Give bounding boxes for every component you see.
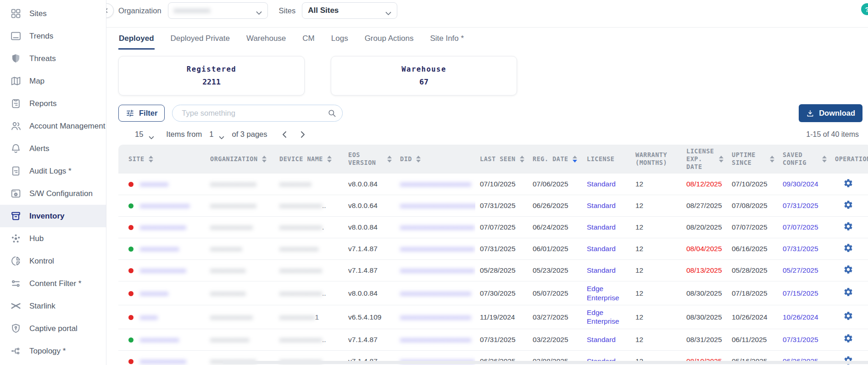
site-link-redacted[interactable]: xxxxxxxxxxxxx xyxy=(140,357,186,365)
license-link[interactable]: Standard xyxy=(587,336,616,343)
device-name-suffix: .. xyxy=(322,202,326,209)
sidebar-item-content-filter[interactable]: Content Filter * xyxy=(0,272,106,295)
next-page-button[interactable] xyxy=(300,130,306,139)
sort-descending-icon xyxy=(770,160,774,163)
sidebar-item-reports[interactable]: Reports xyxy=(0,92,106,115)
saved-config-link[interactable]: 05/27/2025 xyxy=(783,266,818,274)
operations-gear-button[interactable] xyxy=(843,311,853,321)
device-name-redacted: xxxxxxxxxxxx xyxy=(279,266,322,274)
site-link-redacted[interactable]: xxxxxxxxxxxxx xyxy=(140,223,186,231)
saved-config-link[interactable]: 07/15/2025 xyxy=(783,289,818,297)
saved-config-link[interactable]: 07/31/2025 xyxy=(783,202,818,209)
license-link[interactable]: Standard xyxy=(587,202,616,209)
search-icon[interactable] xyxy=(328,109,336,118)
sidebar-item-alerts[interactable]: Alerts xyxy=(0,137,106,160)
site-link-redacted[interactable]: xxxxxxxxxxxxx xyxy=(140,266,186,274)
collapse-sidebar-button[interactable] xyxy=(106,3,114,18)
tab-logs[interactable]: Logs xyxy=(331,28,349,50)
search-input[interactable] xyxy=(181,108,324,118)
site-link-redacted[interactable]: xxxxxxxx xyxy=(140,289,168,297)
operations-gear-button[interactable] xyxy=(843,178,853,188)
saved-config-link[interactable]: 07/31/2025 xyxy=(783,336,818,343)
organization-select[interactable]: xxxxxxxxxx xyxy=(168,2,268,19)
status-dot-green xyxy=(128,203,134,208)
operations-gear-button[interactable] xyxy=(843,333,853,343)
sort-arrows-icon[interactable] xyxy=(520,156,524,163)
sidebar-item-inventory[interactable]: Inventory xyxy=(0,205,106,227)
operations-gear-button[interactable] xyxy=(843,264,853,275)
license-link[interactable]: Standard xyxy=(587,223,616,231)
cell-operations xyxy=(830,281,868,305)
sidebar-item-starlink[interactable]: Starlink xyxy=(0,295,106,317)
did-link-redacted[interactable]: xxxxxxxxxxxxxxxxxxxx xyxy=(400,313,471,321)
tab-group-actions[interactable]: Group Actions xyxy=(364,28,414,50)
site-link-redacted[interactable]: xxxxx xyxy=(140,313,158,321)
sort-arrows-icon[interactable] xyxy=(327,156,332,163)
did-link-redacted[interactable]: xxxxxxxxxxxxxxxxxxxx xyxy=(400,289,471,297)
sort-arrows-icon[interactable] xyxy=(573,156,577,163)
license-link[interactable]: Standard xyxy=(587,180,616,188)
license-link[interactable]: Edge Enterprise xyxy=(587,285,619,301)
filter-button[interactable]: Filter xyxy=(118,105,165,122)
site-link-redacted[interactable]: xxxxxxxxxxxxxx xyxy=(140,202,190,209)
did-link-redacted[interactable]: xxxxxxxxxxxxxxxxxxxxx xyxy=(400,245,475,253)
did-link-redacted[interactable]: xxxxxxxxxxxxxxxxxxxxx xyxy=(400,223,475,231)
sidebar-item-threats[interactable]: Threats xyxy=(0,47,106,70)
tab-cm[interactable]: CM xyxy=(302,28,315,50)
sort-arrows-icon[interactable] xyxy=(770,156,774,163)
download-button[interactable]: Download xyxy=(799,104,862,122)
sidebar-item-captive-portal[interactable]: Captive portal xyxy=(0,317,106,340)
sites-select[interactable]: All Sites xyxy=(302,2,397,19)
site-link-redacted[interactable]: xxxxxxxx xyxy=(140,180,168,188)
did-link-redacted[interactable]: xxxxxxxxxxxxxxxxxxxxxx xyxy=(400,202,475,209)
tab-deployed[interactable]: Deployed xyxy=(118,28,155,50)
did-link-redacted[interactable]: xxxxxxxxxxxxxxxxxxxx xyxy=(400,336,471,343)
operations-gear-button[interactable] xyxy=(843,221,853,231)
page-size-select[interactable]: 15 xyxy=(135,130,154,139)
page-select[interactable]: 1 xyxy=(209,130,224,139)
operations-gear-button[interactable] xyxy=(843,200,853,210)
did-link-redacted[interactable]: xxxxxxxxxxxxxxxxxxxx xyxy=(400,180,471,188)
license-link[interactable]: Standard xyxy=(587,245,616,253)
cell-license: Standard xyxy=(582,217,631,238)
sort-arrows-icon[interactable] xyxy=(387,156,392,163)
sidebar-item-kontrol[interactable]: Kontrol xyxy=(0,250,106,272)
sidebar-item-trends[interactable]: Trends xyxy=(0,25,106,47)
topology-icon xyxy=(10,345,22,357)
saved-config-link[interactable]: 07/31/2025 xyxy=(783,245,818,253)
previous-page-button[interactable] xyxy=(281,130,288,139)
tab-deployed-private[interactable]: Deployed Private xyxy=(170,28,230,50)
tab-site-info[interactable]: Site Info * xyxy=(429,28,464,50)
saved-config-link[interactable]: 09/30/2024 xyxy=(783,180,818,188)
inventory-table-container: SITEORGANIZATIONDEVICE NAMEEOS VERSIONDI… xyxy=(106,145,868,365)
saved-config-link[interactable]: 10/26/2024 xyxy=(783,313,818,321)
sidebar-item-label: Alerts xyxy=(29,144,49,153)
operations-gear-button[interactable] xyxy=(843,287,853,297)
license-link[interactable]: Standard xyxy=(587,266,616,274)
help-icon[interactable]: ? xyxy=(861,3,868,15)
horizontal-scrollbar[interactable] xyxy=(223,361,868,364)
sort-arrows-icon[interactable] xyxy=(416,156,421,163)
chevron-down-icon xyxy=(385,9,391,13)
sidebar-item-account-management[interactable]: Account Management xyxy=(0,115,106,137)
sort-arrows-icon[interactable] xyxy=(822,156,827,163)
did-link-redacted[interactable]: xxxxxxxxxxxxxxxxxxxxx xyxy=(400,266,475,274)
sort-arrows-icon[interactable] xyxy=(149,156,153,163)
sidebar-item-s-w-configuration[interactable]: S/W Configuration xyxy=(0,182,106,205)
operations-gear-button[interactable] xyxy=(843,243,853,253)
sort-arrows-icon[interactable] xyxy=(262,156,267,163)
tab-warehouse[interactable]: Warehouse xyxy=(246,28,286,50)
sidebar-item-audit-logs[interactable]: Audit Logs * xyxy=(0,160,106,182)
site-link-redacted[interactable]: xxxxxxxxxxx xyxy=(140,245,179,253)
saved-config-link[interactable]: 07/07/2025 xyxy=(783,223,818,231)
sidebar-item-hub[interactable]: Hub xyxy=(0,227,106,250)
sidebar-item-map[interactable]: Map xyxy=(0,70,106,92)
reg-date-value: 03/22/2025 xyxy=(533,336,568,343)
site-link-redacted[interactable]: xxxxxxxxxxx xyxy=(140,336,179,343)
sidebar-item-topology[interactable]: Topology * xyxy=(0,340,106,362)
gear-icon xyxy=(843,221,853,231)
sort-arrows-icon[interactable] xyxy=(719,156,723,163)
sidebar-item-sites[interactable]: Sites xyxy=(0,2,106,25)
uptime-since-value: 10/26/2024 xyxy=(732,313,768,321)
license-link[interactable]: Edge Enterprise xyxy=(587,309,619,325)
